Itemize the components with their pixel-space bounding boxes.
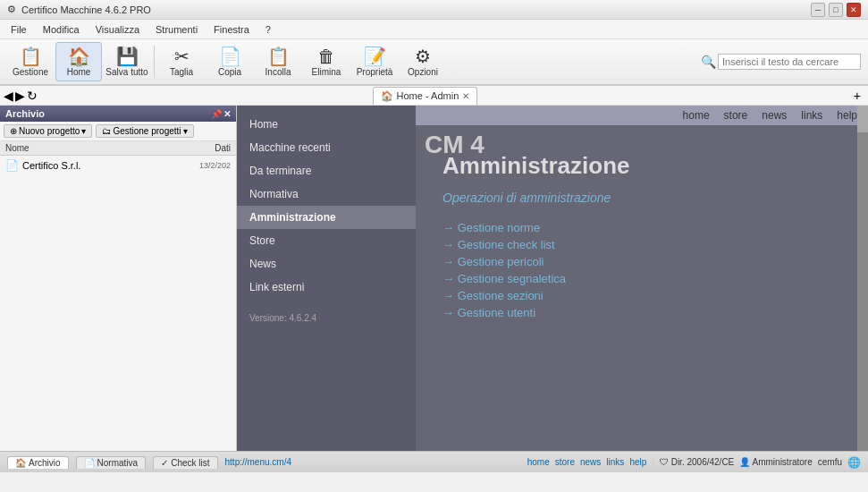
- version-status: cemfu: [818, 457, 842, 467]
- web-nav: Home Macchine recenti Da terminare Norma…: [237, 106, 416, 451]
- nav-normativa[interactable]: Normativa: [237, 182, 416, 206]
- status-link-help[interactable]: help: [629, 457, 646, 467]
- status-bar: 🏠 Archivio 📄 Normativa ✓ Check list http…: [0, 451, 868, 472]
- status-left: 🏠 Archivio 📄 Normativa ✓ Check list http…: [7, 456, 291, 469]
- menu-strumenti[interactable]: Strumenti: [148, 22, 205, 37]
- toolbar-copia[interactable]: 📄 Copia: [206, 42, 253, 81]
- toolbar: 📋 Gestione 🏠 Home 💾 Salva tutto ✂ Taglia…: [0, 39, 868, 86]
- link-gestione-segnaletica[interactable]: Gestione segnaletica: [442, 270, 841, 287]
- archive-columns: Nome Dati: [0, 141, 236, 156]
- top-nav-help[interactable]: help: [837, 109, 857, 122]
- copy-icon: 📄: [219, 47, 241, 65]
- status-tab-normativa[interactable]: 📄 Normativa: [76, 456, 147, 469]
- dir-info: 🛡 Dir. 2006/42/CE: [660, 457, 734, 467]
- admin-title: Amministrazione: [442, 152, 841, 180]
- link-gestione-checklist[interactable]: Gestione check list: [442, 236, 841, 253]
- status-right: home store news links help | 🛡 Dir. 2006…: [527, 456, 861, 469]
- file-icon: 📄: [5, 159, 19, 172]
- nav-refresh-icon[interactable]: ↻: [27, 89, 38, 103]
- nav-back-icon[interactable]: ◀: [4, 89, 13, 103]
- panel-pin-icon[interactable]: 📌: [211, 109, 222, 119]
- nav-forward-icon[interactable]: ▶: [15, 89, 25, 103]
- toolbar-elimina[interactable]: 🗑 Elimina: [303, 42, 350, 81]
- nav-home[interactable]: Home: [237, 113, 416, 136]
- toolbar-salva-tutto[interactable]: 💾 Salva tutto: [104, 42, 150, 81]
- top-nav-links[interactable]: links: [801, 109, 822, 122]
- toolbar-gestione[interactable]: 📋 Gestione: [7, 42, 54, 81]
- link-gestione-utenti[interactable]: Gestione utenti: [442, 304, 841, 321]
- status-link-store[interactable]: store: [555, 457, 575, 467]
- search-input-toolbar[interactable]: [718, 54, 861, 70]
- status-tab-checklist[interactable]: ✓ Check list: [153, 456, 217, 469]
- nav-da-terminare[interactable]: Da terminare: [237, 159, 416, 182]
- admin-info: 👤 Amministratore: [739, 457, 812, 467]
- manage-dropdown-icon[interactable]: ▾: [183, 126, 188, 136]
- new-project-label: Nuovo progetto: [19, 126, 80, 136]
- status-link-links[interactable]: links: [606, 457, 624, 467]
- minimize-button[interactable]: ─: [811, 3, 825, 17]
- admin-links-list: Gestione norme Gestione check list Gesti…: [442, 219, 841, 321]
- status-tab-archivio[interactable]: 🏠 Archivio: [7, 456, 69, 469]
- new-project-dropdown-icon[interactable]: ▾: [81, 126, 86, 136]
- manage-projects-button[interactable]: 🗂 Gestione progetti ▾: [96, 124, 193, 138]
- cm4-logo: CM 4: [425, 131, 485, 159]
- col-header-name: Nome: [4, 142, 179, 154]
- web-top-nav: home store news links help: [416, 106, 868, 125]
- top-nav-home[interactable]: home: [683, 109, 710, 122]
- status-url: http://menu.cm/4: [225, 457, 291, 467]
- app-icon: ⚙: [7, 4, 16, 15]
- archive-panel-header: Archivio 📌 ✕: [0, 106, 236, 122]
- toolbar-separator-1: [154, 46, 155, 78]
- status-link-news[interactable]: news: [580, 457, 601, 467]
- address-bar: ◀ ▶ ↻ 🏠 Home - Admin ✕ +: [0, 86, 868, 106]
- home-icon: 🏠: [68, 47, 90, 65]
- tab-close-button[interactable]: ✕: [462, 91, 469, 101]
- nav-store[interactable]: Store: [237, 229, 416, 252]
- menu-help[interactable]: ?: [258, 22, 278, 37]
- save-icon: 💾: [116, 47, 139, 65]
- menu-finestra[interactable]: Finestra: [206, 22, 257, 37]
- manage-label: Gestione progetti: [113, 126, 181, 136]
- menu-file[interactable]: File: [4, 22, 34, 37]
- web-content: Home Macchine recenti Da terminare Norma…: [237, 106, 868, 451]
- search-icon-toolbar: 🔍: [701, 55, 716, 69]
- archive-list: 📄 Certifico S.r.l. 13/2/202: [0, 156, 236, 451]
- status-link-home[interactable]: home: [527, 457, 550, 467]
- status-indicator: 🌐: [847, 456, 861, 469]
- archive-toolbar: ⊕ Nuovo progetto ▾ 🗂 Gestione progetti ▾: [0, 122, 236, 141]
- top-nav-store[interactable]: store: [724, 109, 748, 122]
- col-header-date: Dati: [179, 142, 232, 154]
- menu-visualizza[interactable]: Visualizza: [88, 22, 147, 37]
- tab-new-button[interactable]: +: [850, 89, 864, 103]
- menu-modifica[interactable]: Modifica: [36, 22, 87, 37]
- toolbar-incolla[interactable]: 📋 Incolla: [255, 42, 301, 81]
- nav-amministrazione[interactable]: Amministrazione: [237, 206, 416, 229]
- tab-home-admin[interactable]: 🏠 Home - Admin ✕: [373, 87, 478, 105]
- toolbar-home[interactable]: 🏠 Home: [55, 42, 102, 81]
- link-gestione-norme[interactable]: Gestione norme: [442, 219, 841, 236]
- top-nav-news[interactable]: news: [762, 109, 787, 122]
- new-project-button[interactable]: ⊕ Nuovo progetto ▾: [4, 124, 92, 138]
- archive-item[interactable]: 📄 Certifico S.r.l. 13/2/202: [2, 157, 234, 174]
- checklist-tab-label: Check list: [171, 458, 209, 468]
- maximize-button[interactable]: □: [829, 3, 843, 17]
- archive-title: Archivio: [5, 108, 45, 119]
- properties-icon: 📝: [364, 47, 386, 65]
- gestione-icon: 📋: [20, 47, 42, 65]
- scrollbar[interactable]: [857, 106, 868, 451]
- nav-news[interactable]: News: [237, 252, 416, 276]
- status-separator: |: [652, 457, 654, 467]
- nav-macchine-recenti[interactable]: Macchine recenti: [237, 136, 416, 159]
- toolbar-proprieta[interactable]: 📝 Proprietà: [351, 42, 398, 81]
- panel-close-icon[interactable]: ✕: [223, 109, 231, 119]
- admin-content: Amministrazione Operazioni di amministra…: [416, 134, 868, 339]
- nav-link-esterni[interactable]: Link esterni: [237, 276, 416, 299]
- version-label: Versione: 4.6.2.4: [237, 306, 416, 330]
- link-gestione-pericoli[interactable]: Gestione pericoli: [442, 253, 841, 270]
- close-button[interactable]: ✕: [847, 3, 861, 17]
- checklist-tab-icon: ✓: [161, 458, 168, 468]
- toolbar-taglia[interactable]: ✂ Taglia: [158, 42, 205, 81]
- toolbar-opzioni[interactable]: ⚙ Opzioni: [400, 42, 446, 81]
- link-gestione-sezioni[interactable]: Gestione sezioni: [442, 287, 841, 304]
- menu-bar: File Modifica Visualizza Strumenti Fines…: [0, 20, 868, 39]
